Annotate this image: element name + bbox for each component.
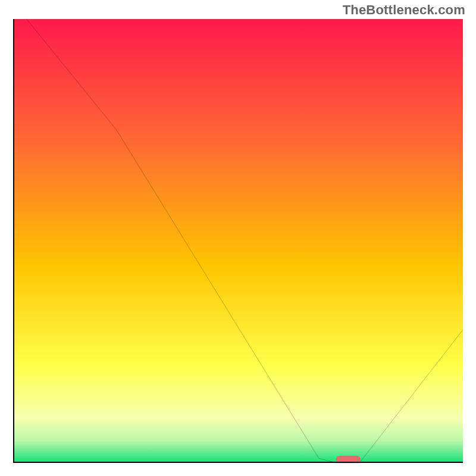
attribution-text: TheBottleneck.com (343, 2, 465, 18)
axes-frame (13, 19, 463, 463)
